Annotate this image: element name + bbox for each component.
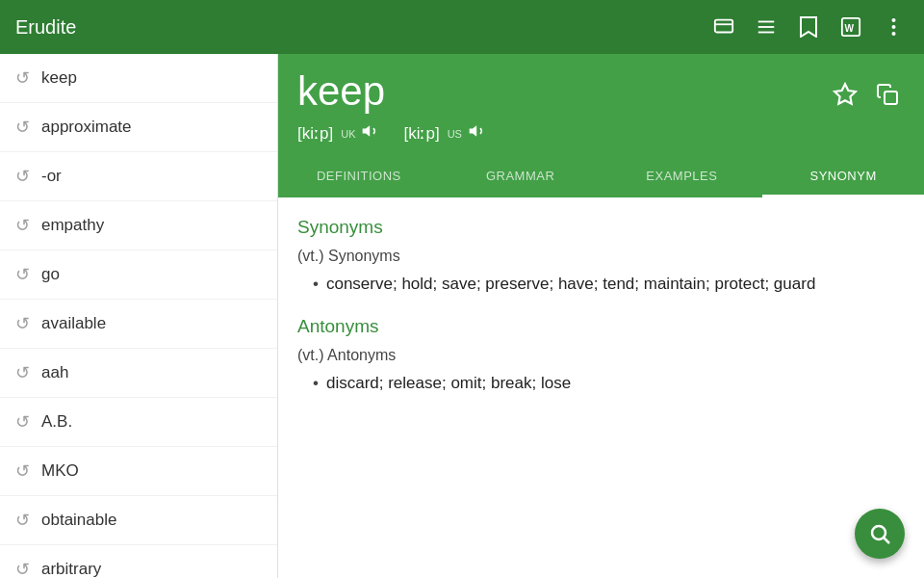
- antonyms-text: discard; release; omit; break; lose: [326, 370, 571, 396]
- sidebar-item-empathy[interactable]: ↺ empathy: [0, 201, 277, 250]
- svg-rect-2: [758, 21, 775, 23]
- svg-rect-0: [715, 20, 732, 33]
- sidebar-item-approximate[interactable]: ↺ approximate: [0, 103, 277, 152]
- svg-point-7: [891, 18, 895, 22]
- sidebar-item-go[interactable]: ↺ go: [0, 250, 277, 300]
- history-icon-approximate: ↺: [15, 117, 30, 138]
- antonyms-list: discard; release; omit; break; lose: [313, 370, 905, 396]
- sidebar-word-mko: MKO: [41, 461, 79, 481]
- sidebar-word-approximate: approximate: [41, 118, 132, 137]
- sidebar-item-keep[interactable]: ↺ keep: [0, 54, 277, 103]
- search-fab[interactable]: [855, 509, 905, 559]
- sidebar-item-obtainable[interactable]: ↺ obtainable: [0, 496, 277, 545]
- history-icon-go: ↺: [15, 264, 30, 285]
- copy-button[interactable]: [870, 77, 905, 112]
- synonyms-pos: (vt.) Synonyms: [297, 248, 905, 265]
- speaker-us-icon[interactable]: [468, 121, 487, 145]
- svg-rect-11: [885, 92, 897, 104]
- word-header-top: keep: [297, 69, 905, 114]
- synonyms-section-title: Synonyms: [297, 217, 905, 238]
- svg-point-8: [891, 25, 895, 29]
- tab-examples[interactable]: EXAMPLES: [602, 157, 763, 197]
- speaker-uk-icon[interactable]: [361, 121, 380, 145]
- more-icon[interactable]: [878, 12, 909, 42]
- history-icon-or: ↺: [15, 166, 30, 187]
- pronunciation-uk: [kiːp] UK: [297, 121, 380, 145]
- svg-rect-4: [758, 32, 775, 34]
- svg-line-13: [885, 539, 890, 544]
- sidebar-word-keep: keep: [41, 68, 77, 88]
- word-icon[interactable]: W: [835, 12, 866, 42]
- svg-rect-3: [758, 26, 775, 28]
- tab-definitions[interactable]: DEFINITIONS: [278, 157, 440, 197]
- sidebar-word-or: -or: [41, 167, 62, 186]
- sidebar-word-aah: aah: [41, 363, 68, 382]
- history-icon-arbitrary: ↺: [15, 559, 30, 578]
- history-icon-mko: ↺: [15, 460, 30, 482]
- sidebar-item-or[interactable]: ↺ -or: [0, 152, 277, 201]
- synonyms-list: conserve; hold; save; preserve; have; te…: [313, 271, 905, 297]
- star-button[interactable]: [828, 77, 862, 112]
- bookmark-icon[interactable]: [793, 12, 824, 42]
- ipa-uk: [kiːp]: [297, 123, 333, 144]
- synonyms-text: conserve; hold; save; preserve; have; te…: [326, 271, 815, 297]
- app-title: Erudite: [15, 16, 708, 39]
- main-layout: ↺ keep ↺ approximate ↺ -or ↺ empathy ↺ g…: [0, 54, 924, 578]
- sidebar-word-empathy: empathy: [41, 216, 104, 235]
- sidebar-word-available: available: [41, 314, 106, 333]
- tab-grammar[interactable]: GRAMMAR: [440, 157, 602, 197]
- right-panel: keep [kiːp] UK: [278, 54, 924, 578]
- list-icon[interactable]: [751, 12, 782, 42]
- pronunciation-us: [kiːp] US: [403, 121, 486, 145]
- sidebar-item-arbitrary[interactable]: ↺ arbitrary: [0, 545, 277, 578]
- search-fab-icon: [868, 522, 891, 545]
- svg-point-12: [872, 526, 886, 539]
- ipa-us: [kiːp]: [403, 123, 439, 144]
- sidebar: ↺ keep ↺ approximate ↺ -or ↺ empathy ↺ g…: [0, 54, 278, 578]
- sidebar-word-obtainable: obtainable: [41, 511, 116, 530]
- sidebar-word-go: go: [41, 265, 60, 284]
- history-icon-aah: ↺: [15, 362, 30, 383]
- antonyms-section-title: Antonyms: [297, 316, 905, 337]
- history-icon-empathy: ↺: [15, 215, 30, 236]
- svg-text:W: W: [845, 23, 855, 34]
- word-title: keep: [297, 69, 385, 114]
- sidebar-item-mko[interactable]: ↺ MKO: [0, 447, 277, 496]
- sidebar-word-ab: A.B.: [41, 412, 72, 432]
- content-area: Synonyms (vt.) Synonyms conserve; hold; …: [278, 197, 924, 578]
- history-icon-ab: ↺: [15, 411, 30, 433]
- sidebar-item-aah[interactable]: ↺ aah: [0, 349, 277, 398]
- topbar-actions: W: [708, 12, 909, 42]
- sidebar-item-available[interactable]: ↺ available: [0, 300, 277, 349]
- flashcard-icon[interactable]: [708, 12, 739, 42]
- sidebar-item-ab[interactable]: ↺ A.B.: [0, 398, 277, 447]
- tabs: DEFINITIONS GRAMMAR EXAMPLES SYNONYM: [278, 157, 924, 197]
- word-header-actions: [828, 69, 905, 112]
- sidebar-word-arbitrary: arbitrary: [41, 560, 101, 578]
- antonyms-section: Antonyms (vt.) Antonyms discard; release…: [297, 316, 905, 396]
- svg-point-9: [891, 32, 895, 36]
- word-header: keep [kiːp] UK: [278, 54, 924, 157]
- region-us: US: [448, 128, 462, 140]
- history-icon-keep: ↺: [15, 67, 30, 89]
- antonyms-pos: (vt.) Antonyms: [297, 347, 905, 364]
- tab-synonym[interactable]: SYNONYM: [762, 157, 924, 197]
- topbar: Erudite W: [0, 0, 924, 54]
- svg-marker-10: [834, 84, 856, 104]
- history-icon-available: ↺: [15, 313, 30, 334]
- history-icon-obtainable: ↺: [15, 510, 30, 531]
- pronunciations: [kiːp] UK [kiːp] US: [297, 121, 905, 157]
- region-uk: UK: [341, 128, 355, 140]
